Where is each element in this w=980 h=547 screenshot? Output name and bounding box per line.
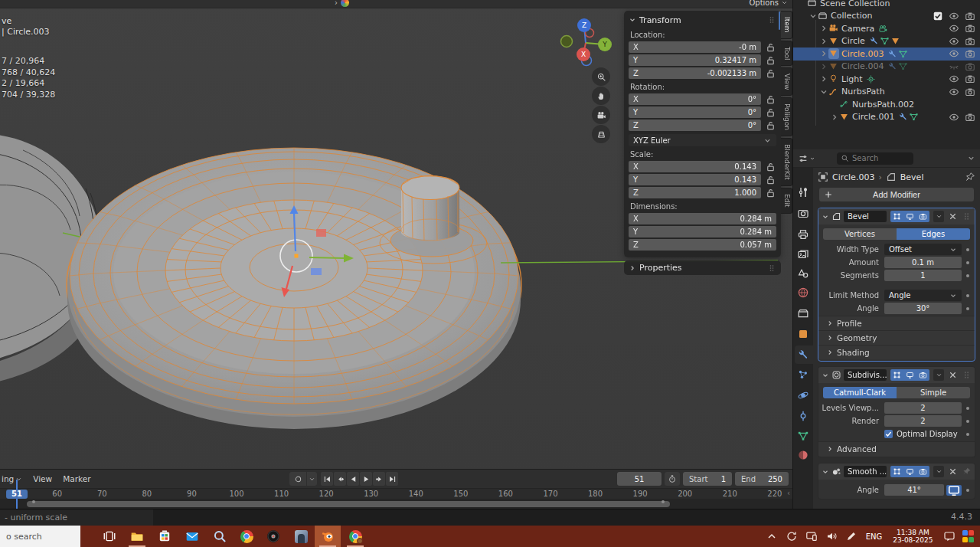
subpanel-shading[interactable]: Shading — [818, 345, 975, 359]
pan-tool-button[interactable] — [592, 87, 610, 105]
hide-viewport-toggle-icon[interactable] — [949, 112, 959, 123]
taskbar-app-blender[interactable] — [315, 526, 341, 547]
language-indicator[interactable]: ENG — [866, 532, 883, 541]
region-collapse-arrow[interactable]: ‹ — [787, 489, 790, 497]
sidebar-tab-edit[interactable]: Edit — [781, 188, 792, 213]
outliner-row-collection[interactable]: Collection — [793, 10, 980, 23]
properties-tab-particles[interactable] — [797, 368, 809, 381]
sidebar-tab-tool[interactable]: Tool — [781, 41, 792, 66]
collapse-icon[interactable] — [822, 372, 829, 379]
disable-render-toggle-icon[interactable] — [965, 87, 975, 97]
timeline-menu-view[interactable]: View — [33, 474, 52, 483]
collapse-icon[interactable] — [822, 468, 829, 476]
outliner-row-circle-003[interactable]: Circle.003 — [793, 47, 980, 61]
hide-viewport-toggle-icon[interactable] — [949, 48, 959, 59]
sidebar-tab-poliigon[interactable]: Poliigon — [781, 97, 792, 136]
expander-icon[interactable] — [808, 11, 818, 21]
properties-tab-modifiers[interactable] — [797, 349, 809, 361]
scale-x-field[interactable]: X0.143 — [629, 161, 761, 172]
checkbox[interactable] — [884, 430, 893, 438]
next-keyframe-button[interactable] — [373, 472, 385, 486]
camera-view-tool-button[interactable] — [592, 106, 610, 124]
notifications-icon[interactable] — [943, 530, 956, 542]
properties-tab-physics[interactable] — [797, 389, 809, 401]
taskbar-app-chrome-profile[interactable] — [342, 526, 368, 547]
breadcrumb-object[interactable]: Circle.003 — [832, 172, 874, 182]
lock-icon[interactable] — [765, 187, 776, 198]
taskbar-app-search-app[interactable] — [207, 526, 233, 547]
properties-tab-object[interactable] — [797, 328, 809, 340]
timeline-ruler[interactable]: 51 6070809010011012013014015016017018019… — [0, 488, 792, 499]
jump-to-start-button[interactable] — [321, 472, 333, 486]
timeline-menu-ing[interactable]: ing — [2, 474, 22, 483]
expander-icon[interactable] — [830, 113, 839, 122]
properties-tab-render[interactable] — [797, 208, 809, 220]
realtime-toggle[interactable] — [903, 369, 916, 381]
rotation-y-field[interactable]: Y0° — [629, 106, 761, 118]
modifier-name-field[interactable]: Bevel — [844, 211, 887, 222]
transform-panel-header[interactable]: Transform — [629, 13, 776, 27]
chevron-down-icon[interactable] — [967, 154, 975, 162]
sidebar-tab-item[interactable]: Item — [781, 11, 792, 39]
timeline-editor[interactable]: ingViewMarker 51 Start1 End250 51 607080… — [0, 469, 792, 509]
taskbar-search-input[interactable]: o search — [0, 526, 80, 547]
options-menu-button[interactable]: Options — [749, 0, 788, 7]
timeline-menu-marker[interactable]: Marker — [63, 474, 90, 483]
render-toggle[interactable] — [916, 369, 929, 381]
delete-modifier-icon[interactable] — [948, 211, 958, 221]
segment-catmull-clark[interactable]: Catmull-Clark — [823, 387, 897, 398]
play-button[interactable] — [360, 472, 372, 486]
scrollbar-handle-left[interactable] — [32, 500, 35, 503]
dimensions-z-field[interactable]: Z0.057 m — [629, 239, 776, 251]
modifier-extras-button[interactable] — [933, 466, 944, 477]
editor-type-button[interactable] — [798, 153, 815, 164]
rotation-z-field[interactable]: Z0° — [629, 120, 761, 131]
dropdown[interactable]: Offset — [884, 244, 962, 255]
expander-icon[interactable] — [819, 49, 828, 58]
lock-icon[interactable] — [765, 106, 776, 118]
modifier-name-field[interactable]: Smooth ... — [844, 466, 887, 477]
expander-icon[interactable] — [819, 74, 828, 84]
animate-dot[interactable] — [966, 307, 969, 310]
phone-link-icon[interactable] — [805, 530, 818, 542]
disable-render-toggle-icon[interactable] — [965, 23, 975, 34]
add-modifier-button[interactable]: Add Modifier — [819, 188, 974, 201]
taskbar-app-mail[interactable] — [179, 526, 205, 547]
lock-icon[interactable] — [765, 174, 776, 185]
sidebar-tab-view[interactable]: View — [781, 67, 792, 96]
hide-viewport-toggle-icon[interactable] — [949, 61, 959, 72]
properties-tab-tool[interactable] — [797, 186, 809, 198]
modifier-header[interactable]: Smooth ... — [818, 463, 975, 480]
dimensions-x-field[interactable]: X0.284 m — [629, 213, 776, 224]
render-toggle[interactable] — [916, 211, 929, 222]
animate-dot[interactable] — [966, 420, 969, 423]
number-field[interactable]: 2 — [884, 415, 962, 427]
number-field[interactable]: 2 — [884, 402, 962, 414]
modifier-extras-button[interactable] — [933, 369, 944, 381]
hide-viewport-toggle-icon[interactable] — [949, 74, 959, 84]
jump-to-end-button[interactable] — [386, 472, 398, 486]
lock-icon[interactable] — [765, 41, 776, 53]
segment-vertices[interactable]: Vertices — [823, 228, 897, 240]
disable-render-toggle-icon[interactable] — [965, 61, 975, 72]
disable-render-toggle-icon[interactable] — [965, 112, 975, 123]
properties-tab-output[interactable] — [797, 228, 809, 241]
taskbar-app-chrome[interactable] — [234, 526, 260, 547]
scrollbar-handle-right[interactable] — [662, 500, 665, 503]
use-preview-range-button[interactable] — [665, 472, 680, 486]
pin-icon[interactable] — [965, 172, 975, 182]
outliner-row-camera[interactable]: Camera — [793, 22, 980, 35]
orthographic-toggle-button[interactable] — [592, 125, 610, 143]
realtime-toggle[interactable] — [903, 211, 916, 222]
location-z-field[interactable]: Z-0.002133 m — [629, 67, 761, 79]
driver-icon[interactable] — [946, 485, 962, 496]
playhead-badge[interactable]: 51 — [6, 490, 28, 499]
hide-viewport-toggle-icon[interactable] — [949, 11, 959, 21]
outliner-row-scene-collection[interactable]: Scene Collection — [793, 0, 980, 10]
collection-checkbox-icon[interactable] — [933, 11, 943, 21]
properties-search-input[interactable]: Search — [837, 152, 913, 165]
segment-edges[interactable]: Edges — [897, 228, 970, 240]
dropdown[interactable]: Angle — [884, 290, 962, 301]
widgets-icon[interactable] — [962, 530, 975, 542]
collapse-icon[interactable] — [822, 213, 829, 221]
